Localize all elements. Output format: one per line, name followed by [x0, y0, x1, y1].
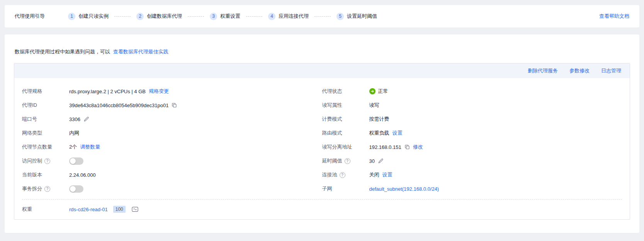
billing-mode-row: 计费模式 按需计费 — [322, 112, 622, 126]
step-connector — [314, 16, 331, 17]
metrics-icon[interactable] — [132, 207, 138, 212]
port-row: 端口号 3306 — [22, 112, 322, 126]
guide-title: 代理使用引导 — [15, 13, 45, 20]
routing-mode-row: 路由模式 权重负载 设置 — [322, 126, 622, 140]
step-connector — [246, 16, 262, 17]
guide-step-3: 3 权重设置 — [210, 13, 240, 20]
proxy-status-value: 正常 — [378, 88, 388, 95]
row-label: 代理规格 — [22, 88, 69, 95]
modify-params-button[interactable]: 参数修改 — [569, 67, 590, 74]
connection-pool-value: 关闭 — [369, 171, 379, 178]
weight-instance-link[interactable]: rds-cd26-read-01 — [69, 207, 108, 212]
access-control-row: 访问控制 ? — [22, 154, 322, 168]
notice-text: 数据库代理使用过程中如果遇到问题，可以 — [15, 49, 110, 55]
modify-address-link[interactable]: 修改 — [413, 144, 423, 150]
step-label: 权重设置 — [220, 13, 240, 20]
proxy-spec-value: rds.proxy.large.2 | 2 vCPUs | 4 GB — [69, 89, 146, 94]
step-label: 应用连接代理 — [279, 13, 309, 20]
detail-right-column: 代理状态 正常 读写属性 读写 — [322, 84, 622, 196]
proxy-spec-row: 代理规格 rds.proxy.large.2 | 2 vCPUs | 4 GB … — [22, 84, 322, 98]
proxy-id-row: 代理ID 39de643c8a1046ccb8054e5b909dec31po0… — [22, 98, 322, 112]
delete-proxy-button[interactable]: 删除代理服务 — [528, 67, 558, 74]
row-label: 访问控制 — [22, 157, 42, 164]
row-label: 权重 — [22, 206, 69, 213]
guide-step-2: 2 创建数据库代理 — [136, 13, 182, 20]
subnet-link[interactable]: default_subnet(192.168.0.0/24) — [369, 186, 439, 192]
routing-settings-link[interactable]: 设置 — [393, 130, 403, 137]
step-number-badge: 4 — [268, 13, 275, 20]
help-doc-link[interactable]: 查看帮助文档 — [599, 13, 629, 20]
step-number-badge: 1 — [68, 13, 75, 20]
weight-row: 权重 rds-cd26-read-01 100 — [22, 199, 622, 214]
row-label: 代理节点数量 — [22, 144, 69, 150]
step-connector — [188, 16, 204, 17]
row-label: 代理状态 — [322, 88, 369, 95]
guide-step-1: 1 创建只读实例 — [68, 13, 109, 20]
detail-left-column: 代理规格 rds.proxy.large.2 | 2 vCPUs | 4 GB … — [22, 84, 322, 196]
best-practice-notice: 数据库代理使用过程中如果遇到问题，可以 查看数据库代理最佳实践 — [14, 44, 630, 55]
guide-step-5: 5 设置延时阈值 — [336, 13, 377, 20]
best-practice-link[interactable]: 查看数据库代理最佳实践 — [113, 49, 168, 55]
edit-icon[interactable] — [378, 158, 384, 164]
routing-mode-value: 权重负载 — [369, 130, 389, 137]
row-label: 子网 — [322, 185, 369, 192]
port-value: 3306 — [69, 116, 80, 122]
help-icon[interactable]: ? — [44, 158, 50, 164]
row-label: 连接池 — [322, 171, 337, 178]
rw-attr-value: 读写 — [369, 102, 379, 109]
row-label: 路由模式 — [322, 130, 369, 137]
step-number-badge: 2 — [136, 13, 144, 20]
rw-attr-row: 读写属性 读写 — [322, 98, 622, 112]
connection-pool-row: 连接池 ? 关闭 设置 — [322, 168, 622, 182]
row-label: 读写分离地址 — [322, 144, 369, 150]
proxy-nodes-row: 代理节点数量 2个 调整数量 — [22, 140, 322, 154]
copy-icon[interactable] — [172, 103, 177, 108]
guide-step-4: 4 应用连接代理 — [268, 13, 309, 20]
step-label: 设置延时阈值 — [347, 13, 377, 20]
copy-icon[interactable] — [404, 144, 410, 150]
row-label: 延时阈值 — [322, 157, 342, 164]
log-management-button[interactable]: 日志管理 — [601, 67, 621, 74]
proxy-status-row: 代理状态 正常 — [322, 84, 622, 98]
row-label: 当前版本 — [22, 171, 69, 178]
transaction-split-row: 事务拆分 ? — [22, 182, 322, 196]
weight-value-badge: 100 — [113, 206, 126, 213]
proxy-guide-bar: 代理使用引导 1 创建只读实例 2 创建数据库代理 3 权重设置 4 应用连接代… — [5, 5, 639, 27]
row-label: 计费模式 — [322, 116, 369, 123]
current-version-value: 2.24.06.000 — [69, 172, 96, 178]
row-label: 事务拆分 — [22, 185, 42, 192]
step-label: 创建数据库代理 — [147, 13, 182, 20]
help-icon[interactable]: ? — [345, 158, 350, 164]
step-number-badge: 5 — [336, 13, 344, 20]
delay-threshold-row: 延时阈值 ? 30 — [322, 154, 622, 168]
status-ok-icon — [369, 88, 376, 94]
current-version-row: 当前版本 2.24.06.000 — [22, 168, 322, 182]
rw-address-value: 192.168.0.151 — [369, 144, 401, 150]
transaction-split-toggle[interactable] — [69, 185, 83, 193]
rw-address-row: 读写分离地址 192.168.0.151 修改 — [322, 140, 622, 154]
subnet-row: 子网 default_subnet(192.168.0.0/24) — [322, 182, 622, 196]
row-label: 读写属性 — [322, 102, 369, 109]
proxy-detail-card: 数据库代理使用过程中如果遇到问题，可以 查看数据库代理最佳实践 删除代理服务 参… — [5, 34, 639, 233]
step-connector — [114, 16, 131, 17]
access-control-toggle[interactable] — [69, 157, 83, 165]
step-label: 创建只读实例 — [78, 13, 109, 20]
help-icon[interactable]: ? — [44, 186, 50, 192]
delay-threshold-value: 30 — [369, 158, 375, 164]
proxy-detail-box: 删除代理服务 参数修改 日志管理 代理规格 rds.proxy.large.2 … — [14, 63, 630, 220]
row-label: 网络类型 — [22, 130, 69, 137]
network-type-row: 网络类型 内网 — [22, 126, 322, 140]
edit-icon[interactable] — [83, 116, 89, 122]
adjust-nodes-link[interactable]: 调整数量 — [80, 144, 100, 150]
change-spec-link[interactable]: 规格变更 — [149, 88, 169, 95]
proxy-id-value: 39de643c8a1046ccb8054e5b909dec31po01 — [69, 103, 168, 108]
help-icon[interactable]: ? — [340, 172, 345, 178]
row-label: 代理ID — [22, 102, 69, 109]
step-number-badge: 3 — [210, 13, 217, 20]
pool-settings-link[interactable]: 设置 — [382, 171, 393, 178]
network-type-value: 内网 — [69, 130, 79, 137]
billing-mode-value: 按需计费 — [369, 116, 389, 123]
proxy-nodes-value: 2个 — [69, 144, 77, 150]
detail-toolbar: 删除代理服务 参数修改 日志管理 — [14, 63, 630, 78]
row-label: 端口号 — [22, 116, 69, 123]
